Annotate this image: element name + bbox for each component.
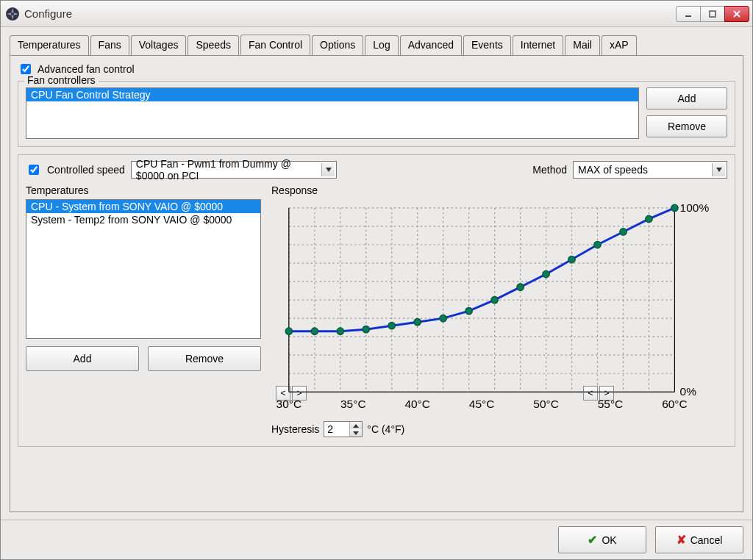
svg-point-43 [543,270,550,278]
svg-text:100%: 100% [680,201,710,214]
tab-events[interactable]: Events [463,35,511,56]
controlled-speed-checkbox[interactable] [29,165,39,175]
temperatures-label: Temperatures [26,184,261,196]
tab-internet[interactable]: Internet [513,35,563,56]
tab-mail[interactable]: Mail [565,35,600,56]
spin-up-icon[interactable] [350,422,362,429]
response-chart[interactable]: 30°C35°C40°C45°C50°C55°C60°C100%0% [271,199,727,383]
temperatures-list[interactable]: CPU - System from SONY VAIO @ $0000Syste… [26,199,261,339]
dialog-buttons: ✔ OK ✘ Cancel [1,520,752,559]
tab-panel-fan-control: Advanced fan control Fan controllers CPU… [10,55,743,512]
tab-speeds[interactable]: Speeds [188,35,238,56]
tab-xap[interactable]: xAP [602,35,637,56]
controlled-speed-select[interactable]: CPU Fan - Pwm1 from Dummy @ $0000 on PCI [131,161,337,179]
method-select[interactable]: MAX of speeds [573,161,727,179]
svg-point-39 [440,315,447,322]
maximize-button[interactable] [700,6,725,22]
fan-controllers-legend: Fan controllers [24,74,99,86]
chevron-down-icon [321,163,335,176]
controlled-speed-value: CPU Fan - Pwm1 from Dummy @ $0000 on PCI [136,158,320,182]
svg-point-38 [414,318,421,326]
svg-point-35 [337,328,344,335]
temperature-add-button[interactable]: Add [26,346,139,371]
tab-voltages[interactable]: Voltages [131,35,187,56]
app-icon [5,7,20,21]
svg-text:30°C: 30°C [276,398,302,410]
list-item[interactable]: CPU Fan Control Strategy [26,88,638,101]
fan-controller-add-button[interactable]: Add [646,87,727,110]
list-item[interactable]: CPU - System from SONY VAIO @ $0000 [26,200,260,213]
svg-point-48 [671,204,679,212]
svg-point-36 [363,326,370,333]
cancel-button[interactable]: ✘ Cancel [655,526,743,553]
cancel-label: Cancel [690,534,723,546]
svg-text:60°C: 60°C [662,398,688,410]
temperature-remove-button[interactable]: Remove [148,346,261,371]
fan-controller-remove-button[interactable]: Remove [646,115,727,137]
hysteresis-input[interactable] [324,423,349,435]
advanced-fan-control-label[interactable]: Advanced fan control [38,63,135,75]
tab-fan-control[interactable]: Fan Control [240,35,310,55]
svg-point-45 [594,241,602,248]
tab-log[interactable]: Log [365,35,398,56]
svg-text:45°C: 45°C [469,398,495,410]
svg-point-40 [465,307,473,315]
hysteresis-spinner[interactable] [324,421,363,437]
fan-controllers-list[interactable]: CPU Fan Control Strategy [26,87,639,139]
minimize-button[interactable] [676,6,701,22]
svg-point-41 [491,296,499,304]
tabs-row: TemperaturesFansVoltagesSpeedsFan Contro… [1,27,752,55]
method-value: MAX of speeds [578,164,648,176]
svg-text:40°C: 40°C [404,398,430,410]
titlebar: Configure [1,1,752,27]
tab-fans[interactable]: Fans [90,35,129,56]
svg-point-44 [568,256,576,263]
ok-button[interactable]: ✔ OK [558,526,646,553]
svg-rect-2 [710,11,715,17]
svg-text:35°C: 35°C [340,398,366,410]
check-icon: ✔ [588,533,597,547]
hysteresis-unit: °C (4°F) [367,423,404,435]
list-item[interactable]: System - Temp2 from SONY VAIO @ $0000 [26,213,260,226]
tab-advanced[interactable]: Advanced [400,35,462,56]
svg-point-34 [311,328,318,335]
window-title: Configure [24,7,672,20]
advanced-fan-control-checkbox[interactable] [21,64,31,74]
svg-text:55°C: 55°C [598,398,624,410]
response-label: Response [271,184,727,196]
svg-point-33 [285,328,293,335]
controlled-speed-label[interactable]: Controlled speed [47,164,125,176]
ok-label: OK [602,534,616,546]
close-button[interactable] [724,6,749,22]
x-icon: ✘ [677,533,686,547]
chevron-down-icon [712,163,725,176]
strategy-group: Controlled speed CPU Fan - Pwm1 from Dum… [18,154,735,447]
tab-options[interactable]: Options [312,35,363,56]
fan-controllers-group: Fan controllers CPU Fan Control Strategy… [18,81,735,147]
hysteresis-label: Hysteresis [271,423,319,435]
svg-rect-1 [685,15,691,17]
svg-point-42 [517,284,524,291]
svg-point-46 [620,229,627,236]
method-label: Method [532,164,567,176]
svg-text:0%: 0% [680,385,697,398]
svg-point-37 [388,322,396,329]
svg-point-47 [646,215,653,223]
svg-text:50°C: 50°C [533,398,559,410]
tab-temperatures[interactable]: Temperatures [10,35,89,56]
spin-down-icon[interactable] [350,429,362,437]
